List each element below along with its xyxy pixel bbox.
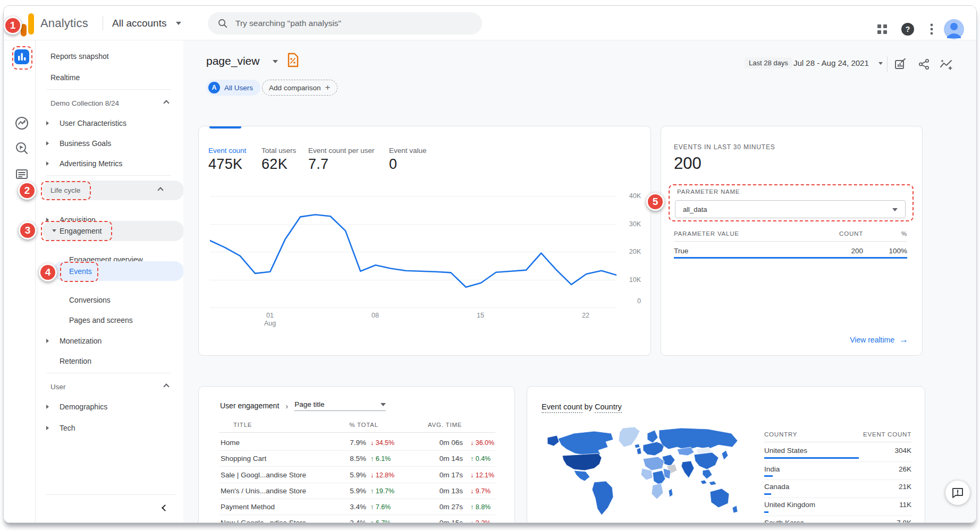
collapse-chevron-icon[interactable] <box>157 187 163 193</box>
report-title-caret-icon[interactable] <box>273 60 278 63</box>
header-rule <box>674 241 907 242</box>
table-row[interactable]: South Korea 7.8K <box>764 516 911 523</box>
metric-breadcrumb[interactable]: User engagement <box>220 401 279 410</box>
metric-tab-event-count-per-user[interactable]: Event count per user <box>308 147 375 155</box>
share-icon[interactable] <box>918 58 930 70</box>
col-parameter-value[interactable]: PARAMETER VALUE <box>674 230 739 237</box>
realtime-nav-icon[interactable] <box>15 116 29 130</box>
apps-grid-icon[interactable] <box>876 23 888 35</box>
annotation-badge-3: 3 <box>19 221 37 239</box>
annotation-badge-4: 4 <box>39 263 57 281</box>
x-tick: 08 <box>365 312 386 319</box>
world-map-choropleth[interactable] <box>543 424 745 523</box>
segment-chip-all-users[interactable]: A All Users <box>206 80 260 96</box>
sidebar-item-demographics[interactable]: Demographics <box>36 397 183 416</box>
metric-tab-event-count[interactable]: Event count <box>208 147 246 155</box>
sidebar-item-pages-and-screens[interactable]: Pages and screens <box>36 311 183 330</box>
add-comparison-button[interactable]: Add comparison + <box>262 80 337 96</box>
table-row[interactable]: India 26K <box>764 463 911 480</box>
table-row[interactable]: Shopping Cart 8.5% ↑ 6.1% 0m 14s ↑ 0.4% <box>219 451 495 467</box>
metric-value: 7.7 <box>308 156 328 173</box>
expand-caret-icon[interactable] <box>46 121 49 125</box>
event-count-line-chart[interactable] <box>210 196 616 307</box>
expand-caret-icon[interactable] <box>46 426 49 430</box>
percent-cell: 100% <box>881 247 907 255</box>
col-event-count[interactable]: EVENT COUNT <box>842 431 911 438</box>
col-percent[interactable]: % <box>881 230 907 237</box>
feedback-icon <box>951 486 964 499</box>
annotation-box-parameter-name <box>669 184 914 221</box>
data-quality-icon[interactable] <box>286 53 299 67</box>
collapse-sidebar-icon[interactable] <box>162 504 168 511</box>
annotation-box-engagement <box>41 221 112 241</box>
header-rule <box>219 432 495 433</box>
expand-caret-icon[interactable] <box>46 141 49 145</box>
advertising-nav-icon[interactable] <box>15 168 28 181</box>
event-count-by-country-card: Event count by Country <box>527 386 925 523</box>
country-bar <box>764 475 773 477</box>
sidebar-item-realtime[interactable]: Realtime <box>36 68 183 87</box>
date-range-selector[interactable]: Jul 28 - Aug 24, 2021 <box>793 58 869 67</box>
expand-caret-icon[interactable] <box>46 405 49 409</box>
sidebar-item-user-characteristics[interactable]: User Characteristics <box>36 114 183 133</box>
realtime-heading: EVENTS IN LAST 30 MINUTES <box>674 143 775 151</box>
sidebar-item-conversions[interactable]: Conversions <box>36 290 183 310</box>
country-bar <box>764 493 771 495</box>
explore-nav-icon[interactable] <box>15 141 29 155</box>
header-divider <box>887 56 888 72</box>
table-row[interactable]: United States 304K <box>764 444 911 462</box>
dimension-selector[interactable]: Country <box>595 402 622 413</box>
x-tick: 22 <box>575 312 596 319</box>
realtime-count: 200 <box>674 154 702 173</box>
table-row[interactable]: Home 7.9% ↓ 34.5% 0m 06s ↓ 36.0% <box>219 435 495 451</box>
edit-comparison-icon[interactable] <box>894 58 906 70</box>
arrow-right-icon: → <box>899 335 908 345</box>
collapse-chevron-icon[interactable] <box>163 383 169 389</box>
expand-caret-icon[interactable] <box>46 339 49 343</box>
col-total[interactable]: % TOTAL <box>336 422 378 428</box>
card-header: User engagement › Page title <box>220 400 386 411</box>
col-country[interactable]: COUNTRY <box>764 431 797 438</box>
sidebar-item-monetization[interactable]: Monetization <box>36 331 183 350</box>
sidebar-item-reports-snapshot[interactable]: Reports snapshot <box>36 47 183 66</box>
sidebar-divider <box>47 89 171 90</box>
table-row[interactable]: Payment Method 3.4% ↑ 7.6% 0m 27s ↑ 8.8% <box>219 500 495 515</box>
metric-tab-event-value[interactable]: Event value <box>389 147 427 155</box>
sidebar-item-tech[interactable]: Tech <box>36 418 183 438</box>
dimension-dropdown[interactable]: Page title <box>294 400 386 411</box>
report-title[interactable]: page_view <box>206 55 259 67</box>
help-icon[interactable]: ? <box>901 22 915 36</box>
card-title: Event count by Country <box>542 402 622 411</box>
nav-rail <box>4 40 36 523</box>
metric-tab-total-users[interactable]: Total users <box>261 147 296 155</box>
col-title[interactable]: TITLE <box>233 422 252 428</box>
metric-selector[interactable]: Event count <box>542 402 582 413</box>
report-nav-sidebar: Reports snapshot Realtime Demo Collectio… <box>36 40 183 523</box>
sidebar-item-retention[interactable]: Retention <box>36 352 183 371</box>
user-avatar[interactable] <box>943 19 965 40</box>
collapse-chevron-icon[interactable] <box>163 100 169 106</box>
search-icon <box>217 18 228 29</box>
sidebar-item-advertising-metrics[interactable]: Advertising Metrics <box>36 154 183 173</box>
feedback-button[interactable] <box>945 481 970 505</box>
expand-caret-icon[interactable] <box>46 161 49 166</box>
col-avg-time[interactable]: AVG. TIME <box>428 422 462 428</box>
insights-icon[interactable] <box>940 58 953 70</box>
y-tick: 10K <box>620 276 641 284</box>
sidebar-section-demo-collection[interactable]: Demo Collection 8/24 <box>36 93 183 113</box>
view-realtime-link[interactable]: View realtime → <box>850 335 908 345</box>
table-row[interactable]: Sale | Googl...andise Store 5.9% ↓ 12.8%… <box>219 467 495 483</box>
search-bar[interactable]: Try searching "path analysis" <box>208 12 482 35</box>
table-row[interactable]: Men's / Unis...andise Store 5.9% ↑ 19.7%… <box>219 484 495 499</box>
table-row[interactable]: New | Google...ndise Store 3.4% ↑ 6.7% 0… <box>219 515 495 523</box>
more-vert-icon[interactable] <box>928 22 935 36</box>
sidebar-item-business-goals[interactable]: Business Goals <box>36 134 183 153</box>
table-row[interactable]: Canada 21K <box>764 480 911 498</box>
active-metric-indicator <box>209 126 241 129</box>
table-row[interactable]: United Kingdom 11K <box>764 498 911 516</box>
account-selector[interactable]: All accounts <box>112 18 166 29</box>
col-count[interactable]: COUNT <box>821 230 863 237</box>
sidebar-section-user[interactable]: User <box>36 377 183 396</box>
account-caret-icon[interactable] <box>176 22 181 25</box>
date-range-caret-icon[interactable] <box>878 62 883 65</box>
